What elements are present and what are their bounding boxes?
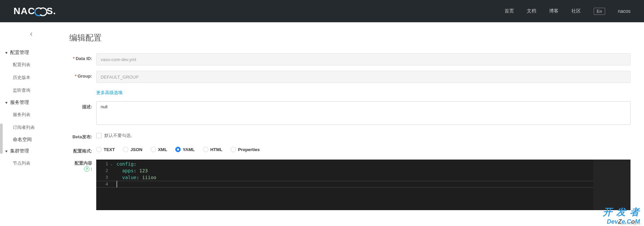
radio-icon [151,147,156,152]
beta-hint: 默认不要勾选。 [104,133,135,139]
group-input [96,71,630,83]
label-format: 配置格式: [69,145,96,154]
radio-icon [96,147,102,152]
menu-item-service-list[interactable]: 服务列表 [0,108,62,121]
label-group: *Group: [69,71,96,79]
radio-icon [175,147,181,152]
menu-title-cluster[interactable]: ▼集群管理 [0,145,62,157]
format-radio-properties[interactable]: Properties [231,147,260,152]
menu-group-cluster: ▼集群管理 节点列表 [0,145,62,170]
menu-title-config[interactable]: ▼配置管理 [0,47,62,58]
sidebar: ‹ ▼配置管理 配置列表 历史版本 监听查询 ▼服务管理 服务列表 订阅者列表 … [0,22,62,226]
menu-item-subscribers[interactable]: 订阅者列表 [0,121,62,134]
menu-item-listening[interactable]: 监听查询 [0,84,62,97]
header-nav: 首页 文档 博客 社区 En nacos [505,8,630,15]
caret-down-icon: ▼ [4,51,8,55]
nav-home[interactable]: 首页 [505,8,514,14]
watermark-en: DevZe.CoM [607,218,640,225]
top-header: NACS. 首页 文档 博客 社区 En nacos [0,0,644,22]
label-desc: 描述: [69,101,96,110]
nav-blog[interactable]: 博客 [549,8,559,14]
caret-down-icon: ▼ [4,149,8,153]
menu-item-config-list[interactable]: 配置列表 [0,58,62,71]
format-radio-text[interactable]: TEXT [96,147,115,152]
nav-community[interactable]: 社区 [571,8,581,14]
format-radio-html[interactable]: HTML [203,147,223,152]
user-label[interactable]: nacos [618,8,630,14]
radio-label: XML [158,147,167,152]
format-radio-xml[interactable]: XML [151,147,167,152]
label-data-id: *Data ID: [69,53,96,61]
menu-title-service[interactable]: ▼服务管理 [0,97,62,108]
format-radio-yaml[interactable]: YAML [175,147,195,152]
radio-label: YAML [183,147,195,152]
menu-item-namespace[interactable]: 命名空间 [0,134,62,145]
fold-icon[interactable]: ⌄ [110,161,112,167]
beta-checkbox[interactable] [96,133,102,138]
radio-label: TEXT [104,147,115,152]
menu-group-config: ▼配置管理 配置列表 历史版本 监听查询 [0,47,62,97]
radio-icon [203,147,208,152]
help-icon[interactable]: ? [84,166,89,172]
advanced-options-link[interactable]: 更多高级选项 [96,88,123,96]
radio-label: JSON [130,147,142,152]
menu-item-history[interactable]: 历史版本 [0,71,62,84]
menu-item-node-list[interactable]: 节点列表 [0,157,62,170]
logo[interactable]: NACS. [14,6,56,17]
format-radio-json[interactable]: JSON [123,147,142,152]
logo-loop-icon [34,7,47,15]
label-beta: Beta发布: [69,131,96,140]
format-radio-group: TEXTJSONXMLYAMLHTMLProperties [96,145,630,152]
nav-docs[interactable]: 文档 [527,8,536,14]
lang-toggle-button[interactable]: En [594,8,605,15]
radio-icon [231,147,236,152]
watermark-cn: 开 发 者 [603,206,640,219]
code-editor[interactable]: 1234 ⌄ config: apps: 123 value: iiioo [96,160,630,210]
editor-code[interactable]: config: apps: 123 value: iiioo [117,161,156,181]
label-content: 配置内容? : [69,160,96,172]
editor-minimap[interactable] [593,160,630,210]
menu-group-service: ▼服务管理 服务列表 订阅者列表 [0,97,62,134]
radio-label: Properties [238,147,260,152]
sidebar-scrollbar[interactable] [0,123,3,154]
radio-icon [123,147,128,152]
back-icon[interactable]: ‹ [0,29,62,38]
description-textarea[interactable]: null [96,101,630,125]
caret-down-icon: ▼ [4,101,8,105]
radio-label: HTML [210,147,223,152]
page-title: 编辑配置 [69,32,644,43]
main-content: 编辑配置 *Data ID: *Group: 更多高级选项 描述: null B… [62,22,644,226]
editor-cursor [117,181,117,188]
data-id-input [96,53,630,65]
editor-active-line [96,181,593,188]
